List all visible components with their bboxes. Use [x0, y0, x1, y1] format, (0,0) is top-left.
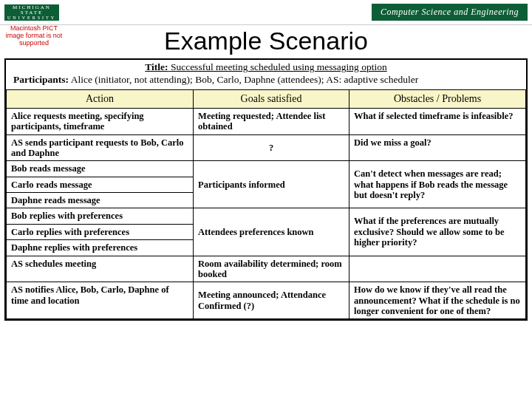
- cell-goals: ?: [194, 134, 349, 161]
- cell-goals: Room availability determined; room booke…: [194, 256, 349, 282]
- cell-obs: What if selected timeframe is infeasible…: [349, 108, 525, 134]
- missing-image-placeholder: Macintosh PICT image format is not suppo…: [4, 25, 64, 47]
- participants-line: Participants: Alice (initiator, not atte…: [13, 74, 519, 86]
- msu-logo: MICHIGAN STATE UNIVERSITY: [4, 4, 59, 21]
- cell-goals: Participants informed: [194, 161, 349, 208]
- cell-action: Daphne replies with preferences: [7, 240, 194, 256]
- table-row: Bob reads message Participants informed …: [7, 161, 526, 177]
- cse-banner: Computer Science and Engineering: [372, 4, 528, 21]
- header-bar: MICHIGAN STATE UNIVERSITY Computer Scien…: [0, 0, 532, 25]
- table-row: AS notifies Alice, Bob, Carlo, Daphne of…: [7, 282, 526, 319]
- scenario-title-line: Title: Successful meeting scheduled usin…: [13, 61, 519, 74]
- col-goals: Goals satisfied: [194, 89, 349, 108]
- cell-action: Daphne reads message: [7, 193, 194, 208]
- table-row: AS sends participant requests to Bob, Ca…: [7, 134, 526, 161]
- cell-obs: What if the preferences are mutually exc…: [349, 208, 525, 256]
- slide-title: Example Scenario: [0, 27, 532, 55]
- title-label: Title:: [145, 61, 168, 72]
- cell-obs: Can't detect when messages are read; wha…: [349, 161, 525, 208]
- cell-action: AS sends participant requests to Bob, Ca…: [7, 134, 194, 161]
- table-row: Bob replies with preferences Attendees p…: [7, 208, 526, 224]
- cell-action: AS schedules meeting: [7, 256, 194, 282]
- cell-action: Carlo replies with preferences: [7, 224, 194, 239]
- cell-obs: How do we know if they've all read the a…: [349, 282, 525, 319]
- cell-action: Bob replies with preferences: [7, 208, 194, 224]
- table-row: Alice requests meeting, specifying parti…: [7, 108, 526, 134]
- col-action: Action: [7, 89, 194, 108]
- cell-goals: Meeting announced; Attendance Confirmed …: [194, 282, 349, 319]
- cell-goals: Attendees preferences known: [194, 208, 349, 256]
- msu-line2: UNIVERSITY: [4, 16, 59, 20]
- content-frame: Title: Successful meeting scheduled usin…: [4, 58, 528, 321]
- intro-block: Title: Successful meeting scheduled usin…: [6, 60, 526, 89]
- cell-action: AS notifies Alice, Bob, Carlo, Daphne of…: [7, 282, 194, 319]
- participants-label: Participants:: [13, 74, 69, 85]
- scenario-table: Action Goals satisfied Obstacles / Probl…: [6, 89, 526, 320]
- cell-action: Carlo reads message: [7, 177, 194, 192]
- cell-goals: Meeting requested; Attendee list obtaine…: [194, 108, 349, 134]
- participants-value: Alice (initiator, not attending); Bob, C…: [71, 74, 419, 85]
- title-value: Successful meeting scheduled using messa…: [171, 61, 387, 72]
- msu-line1: MICHIGAN STATE: [4, 5, 59, 16]
- cell-action: Alice requests meeting, specifying parti…: [7, 108, 194, 134]
- cell-action: Bob reads message: [7, 161, 194, 177]
- msu-block: MICHIGAN STATE UNIVERSITY: [4, 4, 59, 21]
- table-header-row: Action Goals satisfied Obstacles / Probl…: [7, 89, 526, 108]
- col-obstacles: Obstacles / Problems: [349, 89, 525, 108]
- cell-obs: [349, 256, 525, 282]
- table-row: AS schedules meeting Room availability d…: [7, 256, 526, 282]
- cell-obs: Did we miss a goal?: [349, 134, 525, 161]
